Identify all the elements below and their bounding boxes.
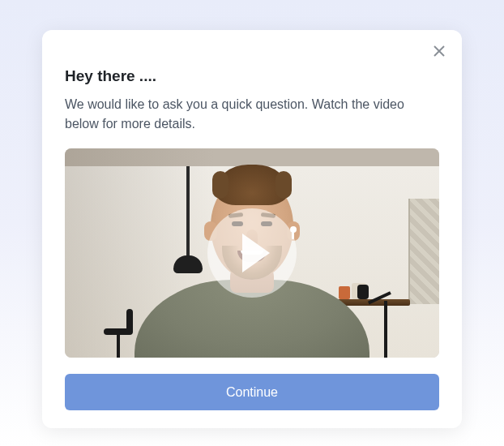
close-button[interactable] (429, 41, 449, 61)
play-button[interactable] (207, 208, 297, 298)
modal-description: We would like to ask you a quick questio… (65, 95, 439, 134)
close-icon (434, 45, 445, 57)
play-icon (242, 234, 270, 272)
video-thumbnail[interactable] (65, 148, 439, 358)
continue-button[interactable]: Continue (65, 374, 439, 410)
modal-title: Hey there .... (65, 67, 439, 85)
question-modal: Hey there .... We would like to ask you … (42, 30, 462, 428)
